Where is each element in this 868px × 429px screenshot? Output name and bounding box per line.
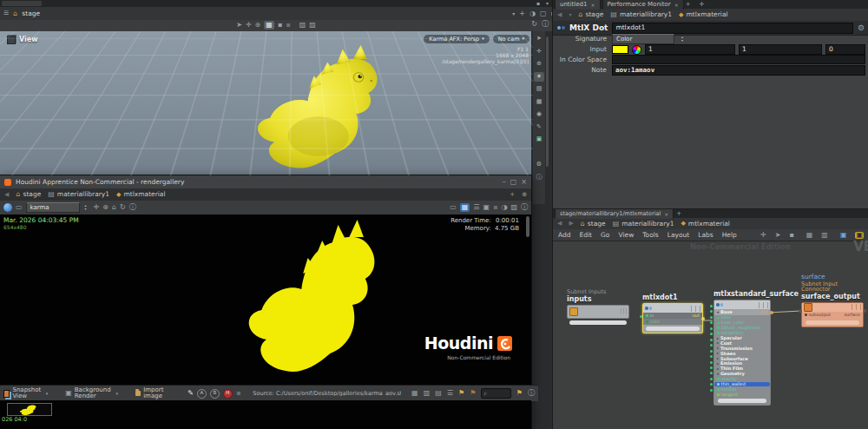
path-target-icon[interactable]: ⊕ — [522, 192, 527, 198]
flag-gold-icon[interactable]: ⚑ — [458, 390, 464, 397]
pane-options-icon[interactable]: ▪ — [536, 1, 540, 6]
back-icon[interactable]: ◀ — [557, 221, 562, 227]
book-icon[interactable]: ▨ — [299, 22, 306, 29]
snapshot-thumbnail[interactable] — [7, 403, 52, 416]
node-mtlxstandard-surface[interactable]: mtlxstandard_surface ▾ Base — [713, 291, 771, 406]
menu-go[interactable]: Go — [601, 232, 609, 239]
settings-icon[interactable]: ⚙ — [534, 160, 544, 169]
new-tab-icon[interactable]: + — [676, 211, 681, 217]
breadcrumb-materiallibrary[interactable]: ▤ materiallibrary1 — [613, 221, 674, 228]
breadcrumb-materiallibrary[interactable]: ▤ materiallibrary1 — [48, 191, 109, 198]
path-plus-icon[interactable]: + — [510, 192, 515, 198]
gallery-search-input[interactable]: ⌕ — [481, 388, 511, 399]
refresh-render-icon[interactable]: ↻ — [120, 204, 126, 211]
menu-edit[interactable]: Edit — [580, 232, 593, 239]
network-canvas[interactable]: Non-Commercial Edition VE Subnet Inputs … — [553, 241, 868, 429]
snapshot-view-button[interactable]: Snapshot View ▾ — [3, 387, 48, 399]
renderer-select[interactable]: karma — [26, 202, 80, 213]
background-render-button[interactable]: ▣ Background Render ▾ — [65, 387, 118, 399]
zoom-reset-icon[interactable]: ⊕ — [102, 204, 108, 211]
camera-lock-icon[interactable]: ◉ — [534, 109, 544, 119]
input-y-field[interactable]: 1 — [739, 44, 822, 55]
render-button[interactable] — [3, 203, 12, 212]
split-view-icon[interactable]: ▢ — [540, 10, 547, 17]
pane-chevron-icon[interactable]: ▾ — [546, 1, 549, 6]
out-port-dot[interactable] — [770, 311, 773, 314]
section-collapsed-icon[interactable]: ▸ — [717, 357, 719, 360]
hand-tool-icon[interactable]: ✛ — [246, 22, 252, 29]
snapshot-camera-icon[interactable]: ▨ — [510, 204, 517, 211]
move-icon[interactable]: ✛ — [534, 47, 544, 56]
pivot-icon[interactable]: ⊕ — [534, 59, 544, 69]
material-preview-icon[interactable]: ▣ — [534, 135, 544, 144]
section-expand-icon[interactable]: ▾ — [717, 373, 719, 376]
gamma-icon[interactable]: ◑ — [501, 204, 507, 211]
minimize-icon[interactable]: – — [503, 179, 506, 186]
section-collapsed-icon[interactable]: ▸ — [717, 352, 719, 355]
display-options-icon[interactable] — [534, 148, 544, 157]
filter-flag-icon[interactable]: ⚑ — [516, 390, 523, 397]
grid-snap-icon[interactable]: ▦ — [806, 232, 813, 239]
gear-icon[interactable]: ⚙ — [858, 24, 865, 32]
colorspace-field[interactable] — [612, 55, 865, 64]
info-icon[interactable]: ⓘ — [534, 173, 544, 182]
signature-stepper[interactable]: ▴ ▾ — [681, 36, 683, 43]
scene-viewport[interactable]: View Karma AFX: Persp ▾ No cam ▾ F1 1 16… — [0, 31, 533, 175]
layout-single-icon[interactable]: ▦ — [411, 390, 418, 397]
view-chip[interactable]: View — [7, 36, 38, 44]
forward-icon[interactable]: ▶ — [569, 221, 573, 227]
render-info-icon[interactable]: ⓘ — [129, 204, 136, 211]
section-expand-icon[interactable]: ▾ — [717, 311, 719, 314]
select-icon[interactable]: ➤ — [534, 34, 544, 43]
menu-layout[interactable]: Layout — [667, 232, 690, 239]
in-port-dot[interactable] — [799, 309, 802, 313]
active-tool-icon[interactable]: ▦ — [264, 21, 274, 30]
node-surface-output[interactable]: surface Subnet Input Connector surface_o… — [801, 274, 864, 327]
close-icon[interactable]: × — [521, 179, 527, 186]
section-collapsed-icon[interactable]: ▸ — [717, 362, 719, 366]
note-field[interactable]: aov:1amaov — [612, 65, 865, 76]
dragon-model-3d[interactable] — [246, 36, 412, 175]
breadcrumb-material[interactable]: ◆ mtlxmaterial — [116, 191, 165, 198]
color-wheel-icon[interactable] — [632, 45, 641, 55]
box-mode-icon[interactable]: ▪ — [789, 232, 793, 239]
breadcrumb-material[interactable]: ◆ mtlxmaterial — [681, 221, 729, 228]
section-collapsed-icon[interactable]: ▸ — [717, 367, 719, 371]
breadcrumb-stage[interactable]: ⌂ stage — [16, 191, 41, 198]
node-inputs-body[interactable] — [567, 305, 629, 319]
flag-brown-icon[interactable]: ⚑ — [470, 390, 476, 397]
path-dropdown-icon[interactable]: ▾ — [512, 11, 515, 16]
layout-quad-icon[interactable]: ▥ — [424, 390, 431, 397]
grid-display-icon[interactable]: ▥ — [821, 232, 828, 239]
brush-icon[interactable]: ✎ — [534, 122, 544, 132]
renderer-stepper[interactable]: ▴ ▾ — [85, 204, 87, 211]
book2-icon[interactable]: ▨ — [309, 22, 316, 29]
houdini-h-icon[interactable]: H — [223, 389, 233, 399]
menu-labs[interactable]: Labs — [698, 232, 713, 239]
menu-help[interactable]: Help — [722, 232, 737, 239]
section-collapsed-icon[interactable]: ▸ — [717, 346, 719, 350]
render-image-area[interactable]: Mar. 2026 04:03:45 PM 654x480 Render Tim… — [0, 214, 531, 385]
section-collapsed-icon[interactable]: ▸ — [717, 341, 719, 345]
input-x-field[interactable]: 1 — [645, 44, 735, 55]
tile-view-icon[interactable]: ▦ — [460, 203, 470, 212]
signature-select[interactable]: Color — [612, 34, 674, 44]
node-standard-body[interactable]: ▾ Base out base base_color diffuse_rough… — [713, 300, 771, 406]
mplay-icon[interactable]: ▭ — [450, 204, 457, 211]
out-port-dot[interactable] — [701, 317, 705, 320]
menu-tools[interactable]: Tools — [642, 232, 658, 239]
breadcrumb-material[interactable]: ◆ mtlxmaterial — [679, 11, 727, 18]
layout-split-icon[interactable]: ▤ — [435, 390, 442, 397]
out-port-dot[interactable] — [864, 309, 867, 313]
back-icon[interactable]: ◀ — [4, 192, 9, 198]
pane-tab[interactable] — [2, 1, 42, 6]
render-window-titlebar[interactable]: Houdini Apprentice Non-Commercial - rend… — [0, 175, 531, 188]
back-icon[interactable]: ◀ — [557, 12, 562, 18]
breadcrumb-materiallibrary[interactable]: ▤ materiallibrary1 — [610, 11, 672, 18]
camera-menu-button[interactable]: Karma AFX: Persp ▾ — [424, 35, 489, 43]
tab-close-icon[interactable]: × — [674, 3, 679, 8]
home-view-icon[interactable]: ⌂ — [112, 204, 116, 211]
section-collapsed-icon[interactable]: ▸ — [717, 337, 719, 340]
viewport-scrollbar[interactable] — [546, 36, 549, 167]
collapse-icon[interactable]: ☰ — [3, 10, 9, 16]
